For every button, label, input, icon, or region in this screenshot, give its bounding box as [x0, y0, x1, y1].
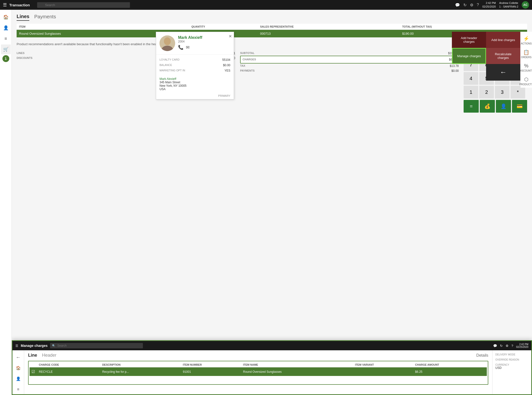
manage-charges-modal: ☰ Manage charges 🔍 💬 ↻ ⚙ ? 2:42 PM 02/25…: [12, 340, 532, 395]
phone-icon[interactable]: 📞: [178, 45, 183, 50]
col-item-variant: ITEM VARIANT: [353, 362, 413, 367]
modal-tab-header[interactable]: Header: [42, 353, 56, 358]
cell-item-number: 91001: [181, 367, 241, 376]
col-item: ITEM: [17, 24, 189, 30]
col-total: TOTAL (WITHOUT TAX): [400, 24, 527, 30]
time-display: 2:42 PM 02/25/2020: [482, 1, 496, 9]
add-header-charges-button[interactable]: Add header charges: [452, 32, 486, 48]
modal-title: Manage charges: [21, 344, 48, 348]
chat-icon[interactable]: 💬: [455, 3, 460, 7]
modal-body: ← 🏠 👤 ≡ Line Header Details: [12, 350, 531, 394]
col-quantity: QUANTITY: [189, 24, 257, 30]
modal-help-icon[interactable]: ?: [511, 344, 513, 348]
customer-panel: Mark Alexieff 2004 📞 ✉ ✕ LOYALTY CARD 55…: [156, 32, 234, 99]
col-sales-rep: SALES REPRESENTATIVE: [258, 24, 400, 30]
modal-sidebar: ← 🏠 👤 ≡: [12, 350, 24, 394]
charges-row: CHARGES $6.25: [240, 56, 459, 64]
modal-content: Line Header Details CHARGE CODE DESCRIPT…: [24, 350, 492, 394]
customer-contact-actions: 📞 ✉: [178, 45, 230, 50]
key-2[interactable]: 2: [479, 86, 494, 98]
user-info: Andrew Collette 1 - SANFRAN-2: [499, 1, 518, 9]
modal-sidebar-menu[interactable]: ≡: [13, 384, 23, 394]
cell-item-name: Round Oversized Sunglasses: [241, 367, 353, 376]
modal-charges-table: CHARGE CODE DESCRIPTION ITEM NUMBER ITEM…: [30, 362, 487, 383]
actions-label: ACTIONS: [521, 42, 532, 45]
settings-icon[interactable]: ⚙: [470, 3, 473, 7]
key-1[interactable]: 1: [464, 86, 478, 98]
discounts-icon: %: [524, 63, 529, 69]
customer-address: Mark Alexieff 345 Main Street New York, …: [156, 76, 234, 93]
col-charge-amount: CHARGE AMOUNT: [413, 362, 487, 367]
modal-search-input[interactable]: [50, 343, 143, 348]
col-charge-code: CHARGE CODE: [37, 362, 100, 367]
main-layout: 🏠 👤 ≡ 🛒 1 Lines Payments ITEM QUANTITY S…: [0, 10, 532, 395]
user-avatar[interactable]: AC: [522, 1, 529, 9]
help-icon[interactable]: ?: [477, 3, 479, 7]
back-button[interactable]: ←: [486, 64, 520, 81]
left-sidebar: 🏠 👤 ≡ 🛒 1: [0, 10, 12, 395]
back-icon: ←: [500, 68, 507, 76]
col-item-number: ITEM NUMBER: [181, 362, 241, 367]
refresh-icon[interactable]: ↻: [463, 3, 467, 7]
modal-hamburger[interactable]: ☰: [15, 344, 18, 348]
tab-lines[interactable]: Lines: [17, 14, 29, 21]
orders-icon: 📋: [523, 49, 529, 55]
top-bar-right: 💬 ↻ ⚙ ? 2:42 PM 02/25/2020 Andrew Collet…: [455, 1, 529, 9]
summary-tax: TAX $13.78: [240, 64, 459, 68]
modal-sidebar-home[interactable]: 🏠: [13, 363, 23, 373]
detail-override-reason: OVERRIDE REASON: [495, 358, 528, 361]
manage-charges-button[interactable]: Manage charges: [452, 48, 486, 64]
modal-tab-details[interactable]: Details: [476, 353, 488, 358]
customer-info: Mark Alexieff 2004 📞 ✉: [178, 35, 230, 50]
sidebar-item-home[interactable]: 🏠: [1, 12, 11, 22]
modal-chat-icon[interactable]: 💬: [493, 344, 497, 348]
modal-tab-line[interactable]: Line: [28, 353, 37, 358]
cell-checkbox: ☑: [30, 367, 37, 376]
modal-table-empty-row: [30, 376, 487, 383]
discounts-label: DISCOUNTS: [519, 69, 532, 72]
sidebar-item-menu[interactable]: ≡: [1, 34, 11, 43]
key-3[interactable]: 3: [495, 86, 510, 98]
modal-time: 2:42 PM 02/25/2020: [516, 343, 528, 348]
action-products[interactable]: ⬡ PRODUCTS: [518, 75, 532, 88]
app-title: Transaction: [9, 3, 30, 7]
modal-refresh-icon[interactable]: ↻: [500, 344, 503, 348]
cell-charge-amount: $6.25: [413, 367, 487, 376]
tabs-row: Lines Payments: [17, 14, 527, 21]
action-actions[interactable]: ⚡ ACTIONS: [520, 34, 532, 47]
pay-btn-customer[interactable]: 👤: [496, 100, 511, 113]
col-description: DESCRIPTION: [100, 362, 181, 367]
content-area: Lines Payments ITEM QUANTITY SALES REPRE…: [12, 10, 532, 395]
summary-subtotal: SUBTOTAL $190.00: [240, 51, 459, 56]
search-input[interactable]: [37, 2, 130, 8]
close-customer-panel[interactable]: ✕: [229, 34, 232, 39]
products-icon: ⬡: [524, 76, 528, 82]
lines-table: ITEM QUANTITY SALES REPRESENTATIVE TOTAL…: [17, 24, 527, 37]
pay-btn-card[interactable]: 💳: [512, 100, 527, 113]
sidebar-item-cart[interactable]: 🛒: [1, 44, 11, 54]
sidebar-item-number[interactable]: 1: [2, 55, 9, 62]
detail-currency: CURRENCY USD: [495, 363, 528, 370]
modal-back-button[interactable]: ←: [13, 352, 23, 362]
recommendation-text: Product recommendations aren't available…: [17, 37, 527, 48]
modal-table-row[interactable]: ☑ RECYCLE Recycling fee for p... 91001 R…: [30, 367, 487, 376]
tab-payments[interactable]: Payments: [34, 14, 56, 21]
email-icon[interactable]: ✉: [186, 45, 190, 50]
action-orders[interactable]: 📋 ORDERS: [520, 47, 532, 61]
customer-id: 2004: [178, 40, 230, 43]
orders-label: ORDERS: [521, 56, 532, 59]
detail-delivery-mode: DELIVERY MODE: [495, 353, 528, 356]
add-line-charges-button[interactable]: Add line charges: [486, 32, 520, 48]
table-row[interactable]: Round Oversized Sunglasses 1 000713 $190…: [17, 30, 527, 38]
modal-sidebar-people[interactable]: 👤: [13, 374, 23, 384]
pay-btn-total[interactable]: =: [464, 100, 479, 113]
pay-btn-cash[interactable]: 💰: [480, 100, 495, 113]
modal-top-right: 💬 ↻ ⚙ ? 2:42 PM 02/25/2020: [493, 343, 528, 348]
sidebar-item-people[interactable]: 👤: [1, 23, 11, 33]
modal-right-detail: DELIVERY MODE OVERRIDE REASON CURRENCY U…: [492, 350, 531, 394]
recalculate-charges-button[interactable]: Recalculate charges: [486, 48, 520, 64]
modal-settings-icon[interactable]: ⚙: [506, 344, 509, 348]
hamburger-menu[interactable]: ☰: [3, 2, 7, 8]
checkbox-icon: ☑: [32, 370, 35, 374]
customer-primary: PRIMARY: [156, 93, 234, 99]
